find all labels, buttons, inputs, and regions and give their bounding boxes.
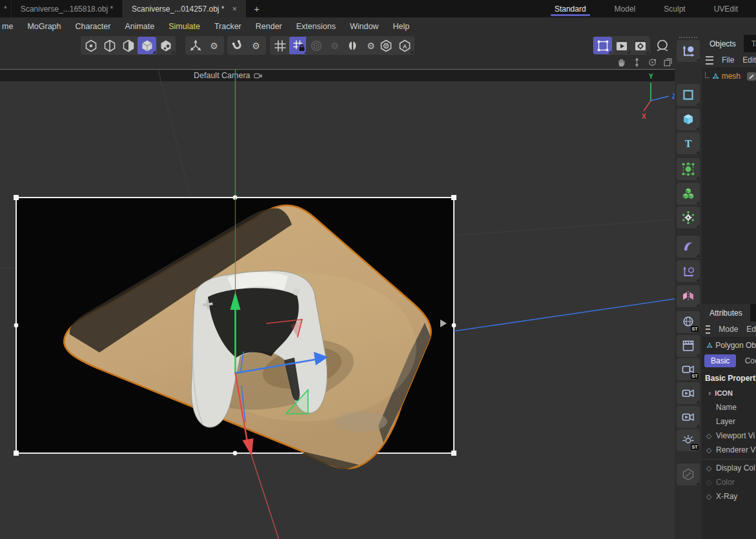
stage-clapper-icon[interactable] [677, 335, 700, 357]
hamburger-menu-icon[interactable] [706, 325, 710, 334]
camera-object-icon[interactable]: ST [677, 358, 700, 380]
doc-tab-2-label: Scaniverse_...014257.obj * [132, 5, 224, 14]
generator-gear-icon[interactable] [677, 207, 700, 229]
falloff-settings-gear-icon[interactable]: ⚙ [325, 37, 344, 54]
close-tab-icon[interactable]: × [232, 4, 238, 14]
doc-tab-1[interactable]: Scaniverse_...165818.obj * [12, 0, 123, 17]
quantize-grid-lock-icon[interactable] [289, 37, 308, 54]
menu-render[interactable]: Render [249, 22, 289, 31]
spline-rect-tool-icon[interactable] [677, 84, 700, 106]
orientation-gizmo[interactable]: Y Z X [642, 73, 675, 120]
layout-switcher: Standard Model Sculpt UVEdit [540, 0, 752, 17]
cube-primitive-icon[interactable] [677, 108, 700, 130]
menu-animate[interactable]: Animate [117, 22, 161, 31]
keyframe-diamond-icon[interactable]: ◇ [702, 464, 716, 473]
model-mode-icon[interactable] [138, 37, 156, 54]
attr-row-name: Name [702, 400, 756, 414]
subtab-coordinates[interactable]: Coo [739, 354, 756, 367]
keyframe-diamond-icon[interactable]: ◇ [702, 493, 716, 501]
add-tab-button[interactable]: + [246, 0, 267, 17]
st-badge: ST [691, 373, 699, 379]
objects-menu-edit[interactable]: Edit [742, 56, 756, 65]
layout-tab-model[interactable]: Model [600, 0, 650, 17]
polygons-mode-icon[interactable] [119, 37, 138, 54]
menu-volume[interactable]: me [0, 22, 20, 31]
keyframe-diamond-icon[interactable]: ◇ [702, 432, 716, 440]
layout-tab-sculpt[interactable]: Sculpt [649, 0, 699, 17]
keyframe-diamond-icon: ◇ [702, 478, 716, 487]
attributes-menu-mode[interactable]: Mode [719, 325, 738, 334]
plus-icon: + [254, 3, 260, 14]
render-view-icon[interactable] [612, 37, 631, 54]
polygon-object-icon [706, 340, 713, 351]
layout-tab-uvedit[interactable]: UVEdit [700, 0, 752, 17]
tab-takes[interactable]: Tak [744, 35, 756, 52]
dolly-zoom-icon[interactable] [631, 57, 642, 68]
doc-tab-partial[interactable]: * [0, 0, 12, 17]
layout-tab-standard[interactable]: Standard [540, 0, 600, 17]
keyframe-diamond-icon[interactable]: ◇ [702, 446, 716, 454]
doc-tab-2-active[interactable]: Scaniverse_...014257.obj * × [123, 0, 246, 17]
menu-simulate[interactable]: Simulate [161, 22, 207, 31]
attr-row-layer: Layer [702, 414, 756, 429]
maximize-view-icon[interactable] [662, 57, 673, 68]
pan-hand-icon[interactable] [616, 57, 627, 68]
axis-settings-gear-icon[interactable]: ⚙ [205, 37, 223, 54]
menu-tracker[interactable]: Tracker [207, 22, 249, 31]
attr-label: Renderer Vi [716, 445, 756, 454]
orbit-rotate-icon[interactable] [647, 57, 658, 68]
menu-extensions[interactable]: Extensions [289, 22, 343, 31]
transform-tool-icon[interactable] [677, 40, 700, 62]
tab-layers[interactable]: L [750, 304, 756, 321]
subdivision-surface-icon[interactable] [677, 158, 700, 180]
viewport-3d[interactable]: Default Camera [0, 69, 675, 539]
workplane-grid-icon[interactable] [271, 37, 289, 54]
scene-canvas[interactable]: Y Z X [0, 70, 675, 539]
edges-mode-icon[interactable] [100, 37, 119, 54]
text-tool-icon[interactable]: T [677, 132, 700, 154]
menu-window[interactable]: Window [343, 22, 385, 31]
menu-character[interactable]: Character [68, 22, 117, 31]
basic-properties-header: Basic Propertie [702, 369, 756, 385]
falloff-rings-icon[interactable] [307, 37, 325, 54]
array-generator-icon[interactable] [677, 183, 700, 205]
icon-group-header[interactable]: › ICON [702, 385, 756, 400]
auto-mode-hexagon-icon[interactable]: A [395, 37, 414, 54]
snap-magnet-icon[interactable] [228, 37, 247, 54]
magic-ring-icon[interactable] [653, 37, 671, 54]
menu-mograph[interactable]: MoGraph [20, 22, 68, 31]
axis-tool-icon[interactable] [186, 37, 205, 54]
camera-play-icon[interactable] [677, 382, 700, 404]
falloff-group: ⚙ [306, 36, 345, 55]
tab-objects[interactable]: Objects [702, 35, 744, 52]
object-tree-row-mesh[interactable]: mesh [702, 68, 756, 84]
menu-help[interactable]: Help [385, 22, 416, 31]
attr-label: Layer [716, 417, 735, 426]
render-settings-icon[interactable] [631, 37, 649, 54]
object-name-mesh[interactable]: mesh [722, 72, 741, 81]
render-region-marquee-icon[interactable] [593, 37, 612, 54]
bend-deformer-icon[interactable] [677, 236, 700, 258]
subtab-basic[interactable]: Basic [704, 354, 736, 367]
document-tabbar: * Scaniverse_...165818.obj * Scaniverse_… [0, 0, 756, 17]
sky-environment-icon[interactable]: ST [677, 311, 700, 333]
object-tag-badge-icon[interactable] [747, 72, 756, 81]
snap-settings-gear-icon[interactable]: ⚙ [247, 37, 265, 54]
objects-panel-tabs: Objects Tak [702, 35, 756, 52]
attributes-menu-edit[interactable]: Ed [746, 325, 756, 334]
view-solo-eye-icon[interactable] [376, 37, 395, 54]
object-mode-icon[interactable] [156, 37, 175, 54]
tab-attributes[interactable]: Attributes [702, 304, 750, 321]
hamburger-menu-icon[interactable] [706, 56, 713, 65]
mode-group [81, 36, 176, 55]
menubar: me MoGraph Character Animate Simulate Tr… [0, 17, 756, 35]
objects-menu-file[interactable]: File [722, 56, 734, 65]
light-object-icon[interactable]: ST [677, 429, 700, 451]
points-mode-icon[interactable] [81, 37, 100, 54]
axis-modifier-icon[interactable] [677, 260, 700, 282]
camera-play-alt-icon[interactable] [677, 406, 700, 428]
symmetry-planes-icon[interactable] [677, 285, 700, 307]
symmetry-butterfly-icon[interactable] [343, 37, 362, 54]
uv-edit-pencil-icon[interactable] [677, 463, 700, 485]
attr-row-xray: ◇ X-Ray [702, 489, 756, 503]
